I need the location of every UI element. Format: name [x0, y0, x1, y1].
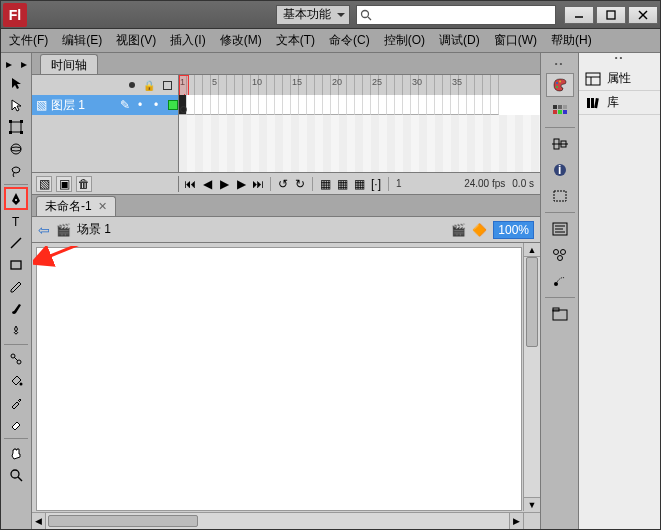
zoom-tool-icon[interactable]	[5, 464, 27, 485]
svg-point-12	[11, 147, 21, 151]
bone-tool-icon[interactable]	[5, 348, 27, 369]
menu-modify[interactable]: 修改(M)	[220, 32, 262, 49]
free-transform-tool-icon[interactable]	[5, 116, 27, 137]
deco-tool-icon[interactable]	[5, 320, 27, 341]
hand-tool-icon[interactable]	[5, 442, 27, 463]
properties-row[interactable]: 属性	[579, 67, 660, 91]
scroll-left-icon[interactable]: ◀	[32, 513, 46, 529]
frame-area[interactable]	[179, 95, 540, 172]
dock-grip-icon[interactable]: ••	[555, 59, 565, 71]
eyedropper-tool-icon[interactable]	[5, 392, 27, 413]
menu-window[interactable]: 窗口(W)	[494, 32, 537, 49]
brush-tool-icon[interactable]	[5, 298, 27, 319]
selection-tool-icon[interactable]	[5, 72, 27, 93]
outline-header-icon[interactable]	[163, 81, 172, 90]
pen-tool-icon[interactable]	[5, 188, 27, 209]
layer-row[interactable]: ▧ 图层 1 ✎ • •	[32, 95, 178, 115]
lasso-tool-icon[interactable]	[5, 160, 27, 181]
transform-panel-icon[interactable]	[546, 184, 574, 208]
onion-skin-icon[interactable]: ▦	[318, 177, 332, 191]
layer-name[interactable]: 图层 1	[51, 97, 116, 114]
workspace-dropdown[interactable]: 基本功能	[276, 5, 350, 25]
h-scroll-thumb[interactable]	[48, 515, 198, 527]
color-panel-icon[interactable]	[546, 73, 574, 97]
library-row[interactable]: 库	[579, 91, 660, 115]
layer-visible-dot-icon[interactable]: •	[134, 98, 146, 112]
vertical-scrollbar[interactable]: ▲ ▼	[523, 243, 540, 511]
menu-insert[interactable]: 插入(I)	[170, 32, 205, 49]
3d-rotation-tool-icon[interactable]	[5, 138, 27, 159]
document-tab[interactable]: 未命名-1 ✕	[36, 196, 116, 216]
scroll-down-icon[interactable]: ▼	[524, 497, 540, 511]
layer-type-icon: ▧	[36, 98, 47, 112]
timeline-tab[interactable]: 时间轴	[40, 54, 98, 74]
panel-grip-icon[interactable]: ••	[579, 53, 660, 67]
zoom-value[interactable]: 100%	[493, 221, 534, 239]
paint-bucket-tool-icon[interactable]	[5, 370, 27, 391]
info-panel-icon[interactable]: i	[546, 158, 574, 182]
menu-commands[interactable]: 命令(C)	[329, 32, 370, 49]
toolbox-collapse-icon[interactable]: ▸	[2, 57, 16, 71]
motion-presets-panel-icon[interactable]	[546, 269, 574, 293]
menu-edit[interactable]: 编辑(E)	[62, 32, 102, 49]
minimize-button[interactable]	[564, 6, 594, 24]
menu-control[interactable]: 控制(O)	[384, 32, 425, 49]
edit-scene-icon[interactable]: 🎬	[451, 223, 466, 237]
maximize-button[interactable]	[596, 6, 626, 24]
goto-first-icon[interactable]: ⏮	[183, 177, 197, 191]
search-icon	[357, 6, 375, 24]
loop-icon[interactable]: ↻	[293, 177, 307, 191]
menu-text[interactable]: 文本(T)	[276, 32, 315, 49]
center-frame-icon[interactable]: ↺	[276, 177, 290, 191]
horizontal-scrollbar[interactable]: ◀ ▶	[32, 512, 523, 529]
stage[interactable]	[36, 247, 522, 511]
new-folder-button[interactable]: ▣	[56, 176, 72, 192]
svg-point-42	[553, 250, 558, 255]
code-snippets-panel-icon[interactable]	[546, 217, 574, 241]
layer-outline-color-icon[interactable]	[168, 100, 178, 110]
search-box[interactable]	[356, 5, 556, 25]
modify-markers-icon[interactable]: [·]	[369, 177, 383, 191]
goto-last-icon[interactable]: ⏭	[251, 177, 265, 191]
step-fwd-icon[interactable]: ▶	[234, 177, 248, 191]
eraser-tool-icon[interactable]	[5, 414, 27, 435]
delete-layer-button[interactable]: 🗑	[76, 176, 92, 192]
back-arrow-icon[interactable]: ⇦	[38, 222, 50, 238]
menu-debug[interactable]: 调试(D)	[439, 32, 480, 49]
pencil-tool-icon[interactable]	[5, 276, 27, 297]
text-tool-icon[interactable]: T	[5, 210, 27, 231]
svg-rect-8	[20, 120, 23, 123]
rectangle-tool-icon[interactable]	[5, 254, 27, 275]
fps-value[interactable]: 24.00 fps	[462, 178, 507, 189]
svg-point-24	[556, 86, 558, 88]
play-icon[interactable]: ▶	[217, 177, 231, 191]
lock-header-icon[interactable]: 🔒	[143, 80, 155, 91]
layer-lock-dot-icon[interactable]: •	[150, 98, 162, 112]
edit-symbol-icon[interactable]: 🔶	[472, 223, 487, 237]
onion-skin-outline-icon[interactable]: ▦	[335, 177, 349, 191]
components-panel-icon[interactable]	[546, 243, 574, 267]
scene-name[interactable]: 场景 1	[77, 221, 111, 238]
toolbox-collapse2-icon[interactable]: ▸	[17, 57, 31, 71]
close-button[interactable]	[628, 6, 658, 24]
search-input[interactable]	[375, 6, 555, 24]
swatches-panel-icon[interactable]	[546, 99, 574, 123]
playhead[interactable]	[179, 75, 189, 95]
menu-view[interactable]: 视图(V)	[116, 32, 156, 49]
scroll-right-icon[interactable]: ▶	[509, 513, 523, 529]
menu-help[interactable]: 帮助(H)	[551, 32, 592, 49]
svg-line-15	[11, 238, 21, 248]
close-tab-icon[interactable]: ✕	[98, 200, 107, 213]
align-panel-icon[interactable]	[546, 132, 574, 156]
project-panel-icon[interactable]	[546, 302, 574, 326]
line-tool-icon[interactable]	[5, 232, 27, 253]
visibility-header-icon[interactable]	[129, 82, 135, 88]
edit-multiple-icon[interactable]: ▦	[352, 177, 366, 191]
scroll-up-icon[interactable]: ▲	[524, 243, 540, 257]
step-back-icon[interactable]: ◀	[200, 177, 214, 191]
v-scroll-thumb[interactable]	[526, 257, 538, 347]
subselection-tool-icon[interactable]	[5, 94, 27, 115]
new-layer-button[interactable]: ▧	[36, 176, 52, 192]
frame-ruler[interactable]: 15101520253035	[179, 75, 540, 95]
menu-file[interactable]: 文件(F)	[9, 32, 48, 49]
